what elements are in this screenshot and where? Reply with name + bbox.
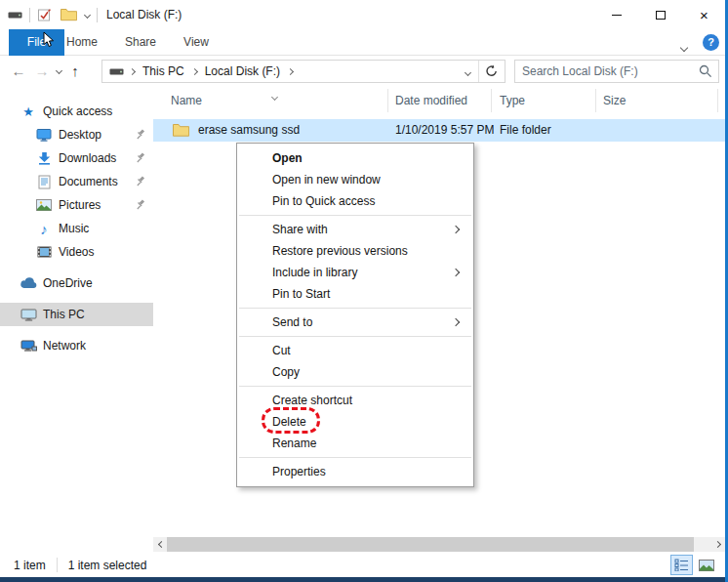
- thumbnail-view-button[interactable]: [695, 555, 717, 575]
- recent-locations-chevron-icon[interactable]: [53, 56, 64, 86]
- back-button[interactable]: ←: [8, 56, 29, 86]
- sidebar-item-onedrive[interactable]: OneDrive: [0, 271, 153, 295]
- menu-item-restore-previous-versions[interactable]: Restore previous versions: [237, 240, 473, 262]
- scroll-left-arrow-icon[interactable]: [153, 537, 167, 552]
- sidebar-item-videos[interactable]: Videos: [0, 240, 153, 264]
- menu-item-cut[interactable]: Cut: [237, 340, 473, 361]
- menu-item-open[interactable]: Open: [237, 147, 473, 169]
- thumbnail-view-icon: [699, 560, 714, 571]
- minimize-icon: [612, 15, 622, 16]
- ribbon-tab-bar: File Home Share View ?: [0, 29, 728, 56]
- column-separator[interactable]: [491, 89, 492, 112]
- up-icon: ↑: [71, 62, 79, 79]
- cell-date-modified: 1/10/2019 5:57 PM: [395, 119, 494, 142]
- help-icon: ?: [708, 36, 714, 48]
- menu-item-label: Open: [272, 151, 303, 165]
- properties-check-icon[interactable]: [37, 8, 52, 22]
- sidebar-item-label: This PC: [43, 308, 85, 321]
- search-button[interactable]: [693, 64, 718, 78]
- music-icon: ♪: [35, 221, 53, 237]
- column-separator[interactable]: [595, 89, 596, 112]
- menu-item-properties[interactable]: Properties: [237, 461, 473, 482]
- selection-count: 1 item selected: [68, 559, 147, 572]
- horizontal-scrollbar[interactable]: [153, 537, 725, 552]
- tab-home[interactable]: Home: [62, 29, 101, 56]
- refresh-button[interactable]: [479, 64, 505, 78]
- table-row-erase-samsung-ssd[interactable]: erase samsung ssd 1/10/2019 5:57 PM File…: [153, 119, 725, 142]
- search-input[interactable]: [515, 64, 693, 78]
- mouse-cursor-icon: [43, 31, 55, 51]
- menu-item-share-with[interactable]: Share with: [237, 219, 473, 240]
- sidebar-item-documents[interactable]: Documents: [0, 170, 153, 193]
- back-icon: ←: [12, 62, 26, 79]
- forward-button[interactable]: →: [31, 56, 53, 86]
- close-button[interactable]: ×: [682, 0, 726, 29]
- details-view-button[interactable]: [670, 555, 693, 575]
- new-folder-icon[interactable]: [61, 8, 77, 21]
- folder-icon: [173, 123, 189, 140]
- column-header-type[interactable]: Type: [500, 86, 525, 115]
- column-separator[interactable]: [717, 89, 718, 112]
- menu-item-include-in-library[interactable]: Include in library: [237, 262, 473, 283]
- menu-item-rename[interactable]: Rename: [237, 433, 473, 454]
- menu-item-pin-to-start[interactable]: Pin to Start: [237, 283, 473, 305]
- documents-icon: [35, 175, 53, 189]
- column-separator[interactable]: [387, 89, 388, 112]
- sidebar-item-label: Music: [59, 222, 89, 235]
- sidebar-item-desktop[interactable]: Desktop: [0, 123, 153, 146]
- breadcrumb-this-pc[interactable]: This PC: [141, 64, 186, 78]
- status-divider: [57, 558, 58, 572]
- menu-item-label: Pin to Quick access: [272, 194, 375, 208]
- pin-icon: [136, 176, 146, 190]
- toolbar-separator: [97, 8, 98, 22]
- column-header-size[interactable]: Size: [603, 86, 626, 115]
- minimize-button[interactable]: [594, 0, 638, 29]
- column-header-name[interactable]: Name: [171, 86, 202, 115]
- address-bar: ← → ↑ This PC Local Disk (F:): [0, 56, 728, 86]
- breadcrumb-chevron-icon: [129, 67, 136, 74]
- breadcrumb-chevron-icon: [191, 67, 198, 74]
- sort-chevron-icon[interactable]: [272, 89, 277, 103]
- menu-item-send-to[interactable]: Send to: [237, 312, 473, 333]
- menu-item-open-in-new-window[interactable]: Open in new window: [237, 169, 473, 190]
- scrollbar-thumb[interactable]: [167, 537, 694, 552]
- help-button[interactable]: ?: [703, 34, 719, 51]
- tab-view-label: View: [183, 35, 209, 49]
- cell-type: File folder: [500, 119, 551, 142]
- sidebar-item-music[interactable]: ♪ Music: [0, 217, 153, 240]
- breadcrumb-local-disk-f[interactable]: Local Disk (F:): [203, 64, 282, 78]
- menu-separator: [239, 215, 471, 216]
- sidebar-item-label: Downloads: [59, 151, 116, 165]
- refresh-icon: [485, 64, 499, 78]
- menu-item-label: Rename: [272, 436, 316, 450]
- qat-customize-chevron-icon[interactable]: [85, 13, 90, 18]
- sidebar-item-pictures[interactable]: Pictures: [0, 193, 153, 217]
- address-dropdown-chevron-icon[interactable]: [457, 64, 478, 78]
- column-headers: Name Date modified Type Size: [153, 86, 725, 115]
- sidebar-item-quick-access[interactable]: ★ Quick access: [0, 100, 153, 123]
- menu-separator: [239, 457, 471, 458]
- tab-share[interactable]: Share: [119, 29, 162, 56]
- breadcrumb: This PC Local Disk (F:): [101, 60, 506, 83]
- menu-item-pin-to-quick-access[interactable]: Pin to Quick access: [237, 190, 473, 212]
- menu-item-copy[interactable]: Copy: [237, 361, 473, 383]
- up-button[interactable]: ↑: [64, 56, 86, 86]
- sidebar-item-this-pc[interactable]: This PC: [0, 303, 153, 326]
- sidebar-item-network[interactable]: Network: [0, 334, 153, 357]
- drive-icon: [8, 11, 22, 20]
- sidebar-item-downloads[interactable]: Downloads: [0, 146, 153, 170]
- column-header-date-modified[interactable]: Date modified: [395, 86, 467, 115]
- tab-file[interactable]: File: [9, 29, 64, 56]
- cell-name: erase samsung ssd: [198, 119, 300, 142]
- menu-item-label: Send to: [272, 315, 312, 329]
- window-controls: ×: [594, 0, 726, 29]
- sidebar-item-label: Quick access: [43, 104, 112, 118]
- sidebar-item-label: Pictures: [59, 198, 101, 212]
- scroll-right-arrow-icon[interactable]: [711, 537, 725, 552]
- maximize-button[interactable]: [638, 0, 682, 29]
- ribbon-collapse-chevron-icon[interactable]: [681, 40, 687, 54]
- tab-view[interactable]: View: [177, 29, 216, 56]
- view-toggle-buttons: [668, 555, 717, 575]
- sidebar-item-label: OneDrive: [43, 276, 93, 290]
- menu-item-label: Pin to Start: [272, 287, 330, 301]
